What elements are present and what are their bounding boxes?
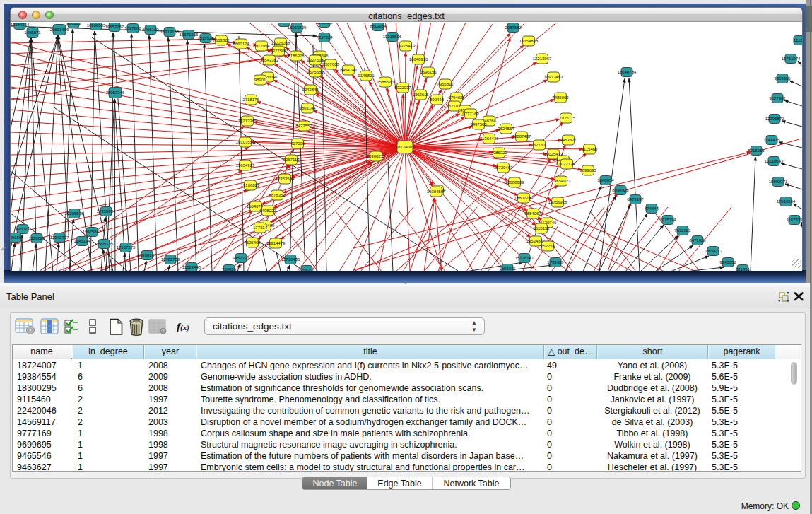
svg-text:10958107: 10958107 [138, 253, 157, 257]
svg-text:19654923: 19654923 [236, 163, 255, 168]
svg-text:9899695: 9899695 [579, 168, 596, 173]
svg-text:28053346: 28053346 [106, 90, 125, 95]
svg-text:8660124: 8660124 [233, 42, 249, 46]
svg-text:9329966: 9329966 [774, 76, 791, 81]
svg-text:7357224: 7357224 [316, 35, 333, 40]
svg-text:19654923: 19654923 [552, 179, 571, 183]
svg-text:19218506: 19218506 [383, 35, 402, 39]
svg-text:9463627: 9463627 [560, 138, 577, 142]
svg-text:7986322: 7986322 [490, 151, 507, 155]
svg-text:1588520: 1588520 [377, 80, 394, 84]
svg-text:2367608: 2367608 [322, 62, 339, 66]
svg-text:9327506: 9327506 [270, 49, 287, 53]
svg-text:9457791: 9457791 [233, 256, 249, 260]
svg-text:10719155: 10719155 [160, 30, 180, 34]
svg-text:7625402: 7625402 [244, 240, 261, 245]
svg-text:16648784: 16648784 [618, 70, 637, 74]
svg-text:890448: 890448 [430, 98, 445, 102]
svg-text:25300215: 25300215 [367, 154, 386, 158]
svg-text:19975867: 19975867 [83, 230, 102, 234]
svg-text:17957275: 17957275 [117, 245, 136, 250]
svg-text:98901: 98901 [254, 78, 266, 82]
svg-text:19756928: 19756928 [548, 200, 567, 204]
svg-text:1156829: 1156829 [29, 236, 46, 240]
svg-text:20691406: 20691406 [50, 28, 69, 32]
svg-text:19166829: 19166829 [241, 183, 260, 187]
svg-text:19384554: 19384554 [427, 189, 446, 194]
svg-text:9245652: 9245652 [719, 260, 736, 264]
svg-text:11923448: 11923448 [182, 265, 201, 269]
svg-text:20206578: 20206578 [65, 211, 84, 216]
svg-text:12213369: 12213369 [238, 119, 257, 123]
svg-text:474444: 474444 [645, 206, 659, 211]
svg-text:16914479: 16914479 [266, 241, 286, 245]
svg-text:252254: 252254 [541, 244, 555, 248]
svg-text:6466160: 6466160 [142, 28, 159, 32]
svg-text:12942737: 12942737 [50, 235, 69, 240]
svg-text:1145194: 1145194 [74, 239, 91, 243]
svg-text:8813054: 8813054 [370, 24, 387, 28]
svg-text:989313: 989313 [66, 23, 81, 25]
svg-text:12905135: 12905135 [95, 242, 114, 246]
svg-text:2258731: 2258731 [298, 268, 315, 271]
svg-text:9146821: 9146821 [358, 74, 375, 78]
svg-text:2803144: 2803144 [299, 106, 316, 110]
svg-text:8471626: 8471626 [689, 238, 706, 243]
svg-text:7632621: 7632621 [674, 228, 691, 233]
svg-text:12353594: 12353594 [276, 177, 295, 181]
svg-text:5322037: 5322037 [394, 86, 411, 90]
svg-text:16543382: 16543382 [260, 58, 279, 62]
svg-text:16154838: 16154838 [519, 39, 539, 43]
svg-text:16053809: 16053809 [288, 25, 307, 30]
svg-text:6497568: 6497568 [470, 122, 487, 127]
svg-text:12213967: 12213967 [533, 57, 552, 61]
svg-text:6794028: 6794028 [448, 95, 465, 100]
svg-text:8454749: 8454749 [340, 68, 357, 72]
svg-text:8878352: 8878352 [269, 193, 286, 197]
svg-text:10654112: 10654112 [704, 249, 723, 253]
svg-text:10688609: 10688609 [505, 180, 524, 185]
svg-text:1696155: 1696155 [420, 70, 437, 74]
svg-text:9227342: 9227342 [769, 96, 786, 100]
svg-text:435061: 435061 [16, 227, 30, 231]
svg-text:1022174: 1022174 [558, 162, 575, 166]
svg-text:177314: 177314 [253, 226, 268, 230]
svg-text:1405571: 1405571 [24, 30, 41, 35]
svg-text:15720407: 15720407 [494, 165, 513, 170]
svg-text:3267110: 3267110 [283, 158, 300, 162]
svg-text:1503341: 1503341 [499, 267, 516, 271]
svg-text:10973493: 10973493 [544, 75, 563, 79]
svg-text:15136141: 15136141 [515, 256, 534, 260]
svg-text:62160: 62160 [534, 143, 546, 147]
svg-text:6479197: 6479197 [627, 197, 644, 201]
svg-text:10653267: 10653267 [105, 25, 124, 29]
svg-text:11123: 11123 [794, 38, 802, 42]
svg-text:15751074: 15751074 [782, 57, 801, 61]
svg-text:1615152: 1615152 [533, 226, 550, 230]
svg-text:9327508: 9327508 [307, 58, 324, 62]
svg-text:15692971: 15692971 [769, 180, 788, 184]
svg-text:2935114: 2935114 [660, 218, 677, 222]
svg-text:3575685: 3575685 [307, 70, 324, 74]
svg-text:9242848: 9242848 [302, 88, 319, 92]
svg-text:9884067: 9884067 [524, 211, 541, 216]
svg-text:9777169: 9777169 [462, 112, 479, 116]
svg-text:2087682: 2087682 [505, 25, 522, 30]
svg-text:21364436: 21364436 [480, 136, 499, 141]
svg-text:3624554: 3624554 [498, 127, 514, 131]
svg-text:7485063: 7485063 [552, 95, 569, 100]
svg-text:8912954: 8912954 [253, 44, 270, 48]
svg-text:8938928: 8938928 [612, 188, 629, 192]
svg-text:17975115: 17975115 [557, 116, 576, 120]
svg-text:760931: 760931 [222, 267, 237, 271]
svg-text:1527602: 1527602 [124, 26, 141, 30]
svg-text:10908905: 10908905 [87, 23, 106, 28]
svg-text:1135323: 1135323 [317, 23, 334, 25]
svg-text:13226058: 13226058 [271, 41, 290, 45]
svg-text:1362615: 1362615 [412, 93, 429, 97]
svg-text:18807249: 18807249 [514, 196, 534, 200]
svg-text:8427552: 8427552 [295, 124, 312, 128]
svg-text:9115460: 9115460 [582, 147, 599, 151]
svg-text:12095872: 12095872 [765, 117, 784, 121]
svg-text:1733426: 1733426 [547, 260, 564, 264]
